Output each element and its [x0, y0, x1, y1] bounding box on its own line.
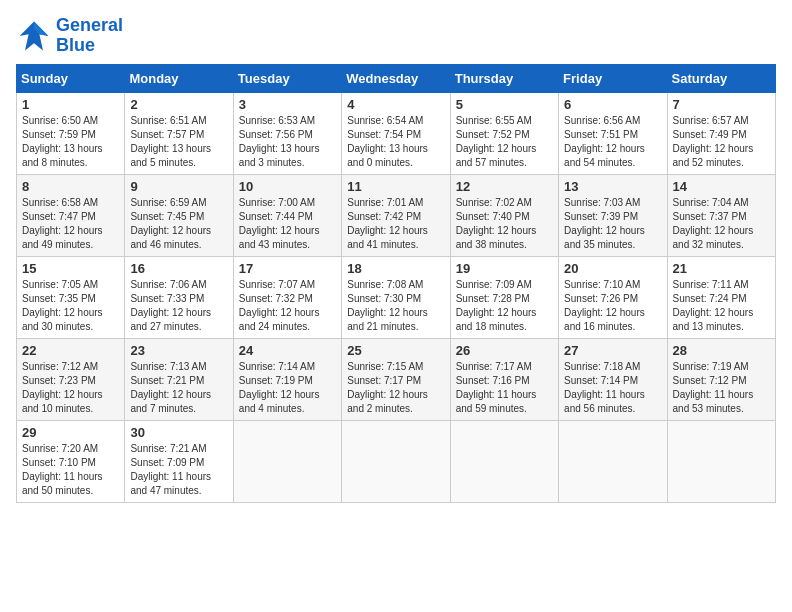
day-number: 13	[564, 179, 661, 194]
table-row: 14Sunrise: 7:04 AM Sunset: 7:37 PM Dayli…	[667, 174, 775, 256]
weekday-header: Monday	[125, 64, 233, 92]
table-row: 18Sunrise: 7:08 AM Sunset: 7:30 PM Dayli…	[342, 256, 450, 338]
day-number: 6	[564, 97, 661, 112]
day-number: 8	[22, 179, 119, 194]
day-detail: Sunrise: 7:06 AM Sunset: 7:33 PM Dayligh…	[130, 278, 227, 334]
table-row: 24Sunrise: 7:14 AM Sunset: 7:19 PM Dayli…	[233, 338, 341, 420]
day-number: 3	[239, 97, 336, 112]
day-number: 7	[673, 97, 770, 112]
weekday-header: Tuesday	[233, 64, 341, 92]
table-row: 5Sunrise: 6:55 AM Sunset: 7:52 PM Daylig…	[450, 92, 558, 174]
day-number: 10	[239, 179, 336, 194]
day-number: 23	[130, 343, 227, 358]
day-detail: Sunrise: 7:12 AM Sunset: 7:23 PM Dayligh…	[22, 360, 119, 416]
day-detail: Sunrise: 6:58 AM Sunset: 7:47 PM Dayligh…	[22, 196, 119, 252]
table-row: 13Sunrise: 7:03 AM Sunset: 7:39 PM Dayli…	[559, 174, 667, 256]
day-detail: Sunrise: 6:51 AM Sunset: 7:57 PM Dayligh…	[130, 114, 227, 170]
day-number: 28	[673, 343, 770, 358]
table-row: 23Sunrise: 7:13 AM Sunset: 7:21 PM Dayli…	[125, 338, 233, 420]
day-number: 17	[239, 261, 336, 276]
day-detail: Sunrise: 7:20 AM Sunset: 7:10 PM Dayligh…	[22, 442, 119, 498]
day-detail: Sunrise: 7:17 AM Sunset: 7:16 PM Dayligh…	[456, 360, 553, 416]
day-detail: Sunrise: 7:10 AM Sunset: 7:26 PM Dayligh…	[564, 278, 661, 334]
table-row: 11Sunrise: 7:01 AM Sunset: 7:42 PM Dayli…	[342, 174, 450, 256]
weekday-header: Thursday	[450, 64, 558, 92]
table-row: 6Sunrise: 6:56 AM Sunset: 7:51 PM Daylig…	[559, 92, 667, 174]
day-number: 16	[130, 261, 227, 276]
day-detail: Sunrise: 7:05 AM Sunset: 7:35 PM Dayligh…	[22, 278, 119, 334]
table-row: 2Sunrise: 6:51 AM Sunset: 7:57 PM Daylig…	[125, 92, 233, 174]
logo: General Blue	[16, 16, 123, 56]
day-number: 11	[347, 179, 444, 194]
day-number: 2	[130, 97, 227, 112]
day-number: 19	[456, 261, 553, 276]
day-detail: Sunrise: 6:59 AM Sunset: 7:45 PM Dayligh…	[130, 196, 227, 252]
day-number: 18	[347, 261, 444, 276]
table-row: 17Sunrise: 7:07 AM Sunset: 7:32 PM Dayli…	[233, 256, 341, 338]
day-number: 4	[347, 97, 444, 112]
day-detail: Sunrise: 7:18 AM Sunset: 7:14 PM Dayligh…	[564, 360, 661, 416]
table-row: 22Sunrise: 7:12 AM Sunset: 7:23 PM Dayli…	[17, 338, 125, 420]
day-detail: Sunrise: 6:53 AM Sunset: 7:56 PM Dayligh…	[239, 114, 336, 170]
table-row: 20Sunrise: 7:10 AM Sunset: 7:26 PM Dayli…	[559, 256, 667, 338]
day-detail: Sunrise: 7:08 AM Sunset: 7:30 PM Dayligh…	[347, 278, 444, 334]
weekday-header: Saturday	[667, 64, 775, 92]
day-detail: Sunrise: 7:21 AM Sunset: 7:09 PM Dayligh…	[130, 442, 227, 498]
day-detail: Sunrise: 6:50 AM Sunset: 7:59 PM Dayligh…	[22, 114, 119, 170]
table-row: 12Sunrise: 7:02 AM Sunset: 7:40 PM Dayli…	[450, 174, 558, 256]
table-row: 9Sunrise: 6:59 AM Sunset: 7:45 PM Daylig…	[125, 174, 233, 256]
day-number: 21	[673, 261, 770, 276]
table-row: 7Sunrise: 6:57 AM Sunset: 7:49 PM Daylig…	[667, 92, 775, 174]
day-number: 22	[22, 343, 119, 358]
day-detail: Sunrise: 7:14 AM Sunset: 7:19 PM Dayligh…	[239, 360, 336, 416]
table-row: 25Sunrise: 7:15 AM Sunset: 7:17 PM Dayli…	[342, 338, 450, 420]
calendar-week-row: 15Sunrise: 7:05 AM Sunset: 7:35 PM Dayli…	[17, 256, 776, 338]
day-number: 9	[130, 179, 227, 194]
day-detail: Sunrise: 7:15 AM Sunset: 7:17 PM Dayligh…	[347, 360, 444, 416]
day-detail: Sunrise: 6:54 AM Sunset: 7:54 PM Dayligh…	[347, 114, 444, 170]
table-row: 8Sunrise: 6:58 AM Sunset: 7:47 PM Daylig…	[17, 174, 125, 256]
table-row	[667, 420, 775, 502]
day-detail: Sunrise: 7:00 AM Sunset: 7:44 PM Dayligh…	[239, 196, 336, 252]
day-detail: Sunrise: 6:55 AM Sunset: 7:52 PM Dayligh…	[456, 114, 553, 170]
day-detail: Sunrise: 7:19 AM Sunset: 7:12 PM Dayligh…	[673, 360, 770, 416]
day-detail: Sunrise: 7:02 AM Sunset: 7:40 PM Dayligh…	[456, 196, 553, 252]
table-row: 29Sunrise: 7:20 AM Sunset: 7:10 PM Dayli…	[17, 420, 125, 502]
day-number: 29	[22, 425, 119, 440]
calendar-header-row: SundayMondayTuesdayWednesdayThursdayFrid…	[17, 64, 776, 92]
day-detail: Sunrise: 7:11 AM Sunset: 7:24 PM Dayligh…	[673, 278, 770, 334]
table-row: 4Sunrise: 6:54 AM Sunset: 7:54 PM Daylig…	[342, 92, 450, 174]
day-number: 20	[564, 261, 661, 276]
table-row: 19Sunrise: 7:09 AM Sunset: 7:28 PM Dayli…	[450, 256, 558, 338]
table-row: 30Sunrise: 7:21 AM Sunset: 7:09 PM Dayli…	[125, 420, 233, 502]
day-number: 26	[456, 343, 553, 358]
table-row: 15Sunrise: 7:05 AM Sunset: 7:35 PM Dayli…	[17, 256, 125, 338]
table-row	[450, 420, 558, 502]
day-number: 12	[456, 179, 553, 194]
table-row: 26Sunrise: 7:17 AM Sunset: 7:16 PM Dayli…	[450, 338, 558, 420]
table-row: 16Sunrise: 7:06 AM Sunset: 7:33 PM Dayli…	[125, 256, 233, 338]
table-row: 27Sunrise: 7:18 AM Sunset: 7:14 PM Dayli…	[559, 338, 667, 420]
weekday-header: Wednesday	[342, 64, 450, 92]
day-number: 25	[347, 343, 444, 358]
table-row: 1Sunrise: 6:50 AM Sunset: 7:59 PM Daylig…	[17, 92, 125, 174]
day-number: 30	[130, 425, 227, 440]
day-detail: Sunrise: 7:04 AM Sunset: 7:37 PM Dayligh…	[673, 196, 770, 252]
day-detail: Sunrise: 7:09 AM Sunset: 7:28 PM Dayligh…	[456, 278, 553, 334]
day-number: 24	[239, 343, 336, 358]
calendar-week-row: 29Sunrise: 7:20 AM Sunset: 7:10 PM Dayli…	[17, 420, 776, 502]
day-number: 27	[564, 343, 661, 358]
day-detail: Sunrise: 7:01 AM Sunset: 7:42 PM Dayligh…	[347, 196, 444, 252]
table-row: 10Sunrise: 7:00 AM Sunset: 7:44 PM Dayli…	[233, 174, 341, 256]
calendar-week-row: 1Sunrise: 6:50 AM Sunset: 7:59 PM Daylig…	[17, 92, 776, 174]
weekday-header: Sunday	[17, 64, 125, 92]
page-header: General Blue	[16, 16, 776, 56]
weekday-header: Friday	[559, 64, 667, 92]
logo-text: General Blue	[56, 16, 123, 56]
table-row: 21Sunrise: 7:11 AM Sunset: 7:24 PM Dayli…	[667, 256, 775, 338]
day-number: 14	[673, 179, 770, 194]
table-row	[233, 420, 341, 502]
table-row: 28Sunrise: 7:19 AM Sunset: 7:12 PM Dayli…	[667, 338, 775, 420]
day-number: 15	[22, 261, 119, 276]
table-row	[342, 420, 450, 502]
